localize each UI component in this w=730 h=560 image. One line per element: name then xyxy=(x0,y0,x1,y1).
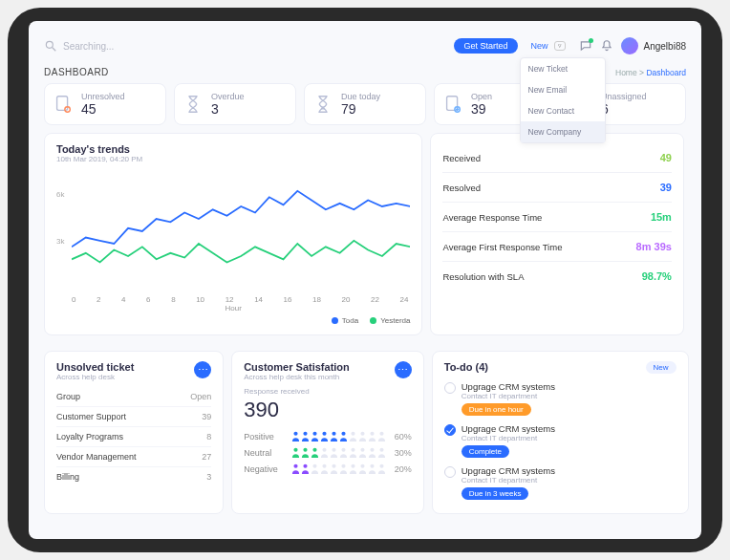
new-menu-item[interactable]: New Ticket xyxy=(521,58,605,79)
checkbox[interactable] xyxy=(444,382,456,394)
svg-point-6 xyxy=(294,432,298,436)
topbar: Searching... Get Started New ▿ New Ticke… xyxy=(44,32,686,59)
metric-row: Average First Response Time8m 39s xyxy=(442,232,671,262)
table-row[interactable]: Vendor Management27 xyxy=(56,447,211,467)
metric-label: Average Response Time xyxy=(442,212,542,223)
table-row[interactable]: Billing3 xyxy=(56,467,211,486)
stat-label: Unresolved xyxy=(81,92,125,101)
svg-point-9 xyxy=(323,432,327,436)
metric-row: Average Response Time15m xyxy=(442,203,671,232)
svg-point-15 xyxy=(380,432,384,436)
status-pill: Complete xyxy=(462,445,509,458)
new-dropdown-trigger[interactable]: New ▿ xyxy=(526,38,571,54)
breadcrumb-current: Dashboard xyxy=(646,68,686,77)
satisfaction-row: Positive60% xyxy=(244,428,412,444)
svg-point-0 xyxy=(46,41,53,48)
satisfaction-subtitle: Across help desk this month xyxy=(244,373,350,381)
stat-label: Overdue xyxy=(211,92,245,101)
new-menu-item[interactable]: New Email xyxy=(521,79,605,100)
svg-point-24 xyxy=(371,448,375,452)
todo-title: To-do (4) xyxy=(444,361,488,373)
new-dropdown-menu: New TicketNew EmailNew ContactNew Compan… xyxy=(520,57,606,143)
new-menu-item[interactable]: New Company xyxy=(521,121,605,142)
svg-point-19 xyxy=(323,448,327,452)
svg-point-7 xyxy=(304,432,308,436)
stat-value: 39 xyxy=(471,101,492,117)
people-icons xyxy=(291,447,386,458)
y-tick: 6k xyxy=(56,190,64,199)
svg-point-12 xyxy=(352,432,355,436)
metric-value: 49 xyxy=(660,152,672,163)
todo-item[interactable]: Upgrage CRM systemsContact IT department… xyxy=(444,462,676,504)
svg-point-13 xyxy=(361,432,365,436)
people-icons xyxy=(291,463,386,474)
more-icon[interactable]: ⋯ xyxy=(395,361,412,378)
get-started-button[interactable]: Get Started xyxy=(454,38,517,54)
table-row[interactable]: Customer Support39 xyxy=(56,407,211,427)
todo-new-button[interactable]: New xyxy=(646,361,676,374)
svg-point-23 xyxy=(361,448,365,452)
search-placeholder: Searching... xyxy=(63,41,114,52)
stat-label: Due today xyxy=(341,92,380,101)
svg-point-14 xyxy=(371,432,375,436)
metric-value: 39 xyxy=(660,182,672,193)
chat-icon[interactable] xyxy=(579,39,592,53)
stat-card[interactable]: Overdue3 xyxy=(174,83,296,125)
x-ticks: 024681012141618202224 xyxy=(56,293,410,304)
svg-point-32 xyxy=(352,464,355,468)
metric-value: 15m xyxy=(651,211,672,223)
checkbox[interactable] xyxy=(444,424,456,436)
response-label: Response received xyxy=(244,387,412,396)
metrics-card: Received49Resolved39Average Response Tim… xyxy=(430,133,683,335)
todo-item[interactable]: Upgrage CRM systemsContact IT department… xyxy=(444,420,676,462)
stat-card[interactable]: Due today79 xyxy=(304,83,426,125)
stat-label: Open xyxy=(471,92,492,101)
people-icons xyxy=(291,431,386,442)
tablet-frame: Searching... Get Started New ▿ New Ticke… xyxy=(8,8,722,552)
satisfaction-rows: Positive60%Neutral30%Negative20% xyxy=(244,428,412,477)
checkbox[interactable] xyxy=(444,466,456,478)
bell-icon[interactable] xyxy=(600,39,613,53)
svg-point-22 xyxy=(352,448,355,452)
svg-point-35 xyxy=(380,464,384,468)
trends-subtitle: 10th Mar 2019, 04:20 PM xyxy=(56,155,410,163)
svg-point-16 xyxy=(294,448,298,452)
metric-value: 98.7% xyxy=(642,270,672,282)
search-icon xyxy=(44,39,57,53)
y-tick: 3k xyxy=(56,237,64,246)
satisfaction-row: Negative20% xyxy=(244,461,412,477)
satisfaction-row: Neutral30% xyxy=(244,444,412,461)
svg-point-31 xyxy=(342,464,346,468)
satisfaction-title: Customer Satisfation xyxy=(244,361,350,373)
x-axis-title: Hour xyxy=(56,304,410,312)
status-pill: Due in 3 weeks xyxy=(462,487,529,500)
todo-card: To-do (4) New Upgrage CRM systemsContact… xyxy=(432,351,689,514)
stat-value: 79 xyxy=(341,101,380,117)
svg-point-21 xyxy=(342,448,346,452)
unsolved-title: Unsolved ticket xyxy=(56,361,134,373)
unsolved-table: GroupOpenCustomer Support39Loyalty Progr… xyxy=(56,387,211,486)
search-box[interactable]: Searching... xyxy=(44,39,446,53)
trends-card: Today's trends 10th Mar 2019, 04:20 PM 6… xyxy=(44,133,422,335)
user-menu[interactable]: Angelbi88 xyxy=(621,37,686,54)
unsolved-ticket-card: Unsolved ticket Across help desk ⋯ Group… xyxy=(44,351,224,514)
new-menu-item[interactable]: New Contact xyxy=(521,100,605,121)
stat-value: 45 xyxy=(81,101,125,117)
svg-point-28 xyxy=(313,464,317,468)
todo-item[interactable]: Upgrage CRM systemsContact IT department… xyxy=(444,377,676,420)
metric-label: Resolution with SLA xyxy=(442,271,524,282)
table-row[interactable]: GroupOpen xyxy=(56,387,211,407)
more-icon[interactable]: ⋯ xyxy=(194,361,211,378)
stat-label: Unassigned xyxy=(601,92,647,101)
svg-point-11 xyxy=(342,432,346,436)
table-row[interactable]: Loyalty Programs8 xyxy=(56,427,211,447)
svg-point-8 xyxy=(313,432,317,436)
svg-point-34 xyxy=(371,464,375,468)
breadcrumb-home[interactable]: Home xyxy=(615,68,637,77)
metric-row: Received49 xyxy=(442,143,671,173)
page-title: DASHBOARD xyxy=(44,67,109,77)
svg-point-10 xyxy=(333,432,336,436)
stat-card[interactable]: Unresolved45 xyxy=(44,83,166,125)
svg-point-33 xyxy=(361,464,365,468)
app-screen: Searching... Get Started New ▿ New Ticke… xyxy=(29,21,701,539)
